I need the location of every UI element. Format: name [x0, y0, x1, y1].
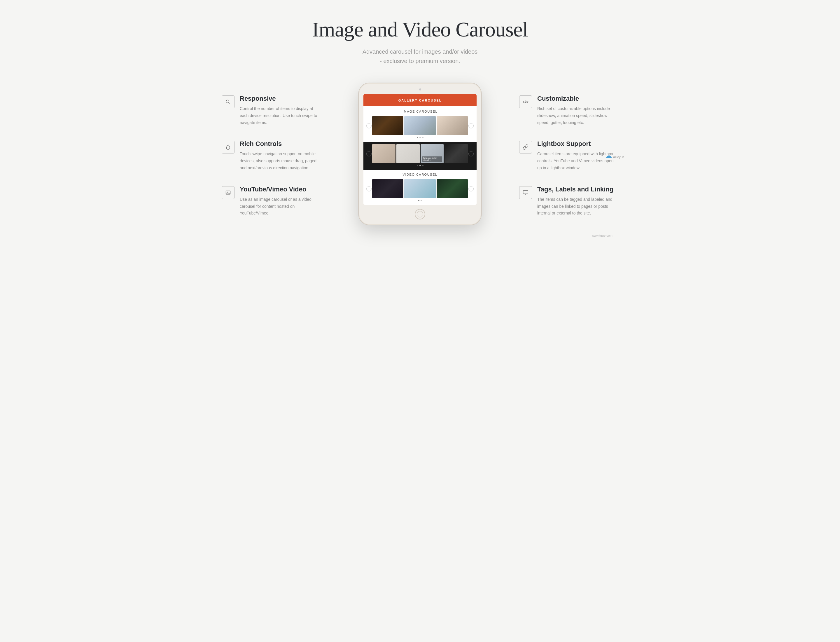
carousel-img-guitar [372, 116, 403, 135]
carousel-img-legs [437, 116, 468, 135]
dark-carousel-dots [363, 163, 477, 167]
responsive-title: Responsive [240, 95, 321, 102]
rich-controls-icon-box [222, 141, 235, 154]
youtube-vimeo-icon-box [222, 186, 235, 199]
svg-point-4 [525, 101, 526, 103]
carousel-next-btn[interactable]: › [468, 123, 474, 128]
ipad-frame: GALLERY CAROUSEL IMAGE CAROUSEL ‹ [359, 83, 481, 225]
feature-responsive: Responsive Control the number of items t… [222, 95, 321, 126]
video-carousel-images [372, 179, 468, 198]
lightbox-title: Lightbox Support [537, 140, 618, 148]
tags-labels-icon-box [519, 186, 532, 199]
image-icon [225, 190, 231, 196]
dark-carousel-prev-btn[interactable]: ‹ [366, 151, 372, 156]
video-carousel-img-2 [404, 179, 435, 198]
dark-dot-1[interactable] [417, 165, 418, 166]
features-right: Customizable Rich set of customizable op… [519, 83, 618, 231]
bottom-watermark: www.tqge.com [222, 231, 618, 237]
main-content: Responsive Control the number of items t… [222, 83, 618, 231]
dark-carousel-img-laptop [372, 144, 395, 163]
ipad-camera [419, 88, 421, 91]
feature-lightbox: Lightbox Support Carousel items are equi… [519, 140, 618, 171]
customizable-title: Customizable [537, 95, 618, 102]
dark-dot-3[interactable] [422, 165, 424, 166]
dark-carousel-section: ‹ Duis arcu tortor etiquet... [363, 142, 477, 170]
ipad-home-inner [417, 211, 423, 217]
ipad-home-button[interactable] [415, 209, 425, 219]
rich-controls-title: Rich Controls [240, 140, 321, 148]
feature-rich-controls: Rich Controls Touch swipe navigation sup… [222, 140, 321, 171]
svg-rect-5 [523, 190, 528, 194]
video-carousel-img-1 [372, 179, 403, 198]
video-dot-2[interactable] [421, 200, 422, 201]
dark-carousel-next-btn[interactable]: › [468, 151, 474, 156]
carousel-prev-btn[interactable]: ‹ [366, 123, 372, 128]
dark-carousel-img-woman: Duis arcu tortor etiquet... [421, 144, 444, 163]
features-left: Responsive Control the number of items t… [222, 83, 321, 231]
responsive-desc: Control the number of items to display a… [240, 105, 321, 126]
monitor-icon [523, 190, 529, 196]
image-carousel-title: IMAGE CAROUSEL [363, 110, 477, 113]
cloud-icon [606, 155, 612, 159]
carousel-images [372, 116, 468, 135]
feature-customizable: Customizable Rich set of customizable op… [519, 95, 618, 126]
carousel-img-street [404, 116, 435, 135]
gallery-header-text: GALLERY CAROUSEL [398, 99, 442, 102]
feature-tags-labels: Tags, Labels and Linking The items can b… [519, 186, 618, 217]
video-carousel-next-btn[interactable]: › [468, 186, 474, 191]
gallery-header: GALLERY CAROUSEL [363, 94, 477, 106]
rich-controls-desc: Touch swipe navigation support on mobile… [240, 151, 321, 171]
watermark: Alileyun [606, 155, 624, 159]
svg-point-3 [227, 192, 228, 193]
svg-point-0 [226, 100, 229, 103]
dark-carousel-overlay: Duis arcu tortor etiquet... [422, 156, 442, 162]
header-section: Image and Video Carousel Advanced carous… [222, 18, 618, 66]
customizable-icon-box [519, 96, 532, 108]
dark-carousel-images: Duis arcu tortor etiquet... [372, 144, 468, 163]
tags-labels-desc: The items can be tagged and labeled and … [537, 196, 618, 217]
carousel-dot-3[interactable] [422, 137, 424, 138]
ipad-screen: GALLERY CAROUSEL IMAGE CAROUSEL ‹ [363, 94, 477, 205]
feature-youtube-vimeo: YouTube/Vimeo Video Use as an image caro… [222, 186, 321, 217]
dark-dot-2[interactable] [419, 165, 421, 166]
responsive-icon-box [222, 96, 235, 108]
ipad-wrapper: GALLERY CAROUSEL IMAGE CAROUSEL ‹ [338, 83, 502, 225]
page-title: Image and Video Carousel [222, 18, 618, 42]
video-carousel-img-3 [437, 179, 468, 198]
drop-icon [225, 144, 231, 150]
svg-line-1 [229, 102, 230, 104]
carousel-dots [363, 135, 477, 139]
tags-labels-title: Tags, Labels and Linking [537, 186, 618, 193]
link-icon [523, 144, 529, 150]
video-dot-1[interactable] [418, 200, 419, 201]
video-carousel-dots [363, 198, 477, 203]
customizable-desc: Rich set of customizable options include… [537, 105, 618, 126]
image-carousel-row: ‹ › [363, 116, 477, 135]
video-carousel-prev-btn[interactable]: ‹ [366, 186, 372, 191]
image-carousel-section: IMAGE CAROUSEL ‹ › [363, 106, 477, 142]
eye-icon [523, 99, 529, 105]
youtube-vimeo-desc: Use as an image carousel or as a video c… [240, 196, 321, 217]
page-wrapper: Image and Video Carousel Advanced carous… [210, 0, 630, 261]
search-icon [225, 99, 231, 105]
lightbox-desc: Carousel items are equipped with lightbo… [537, 151, 618, 171]
dark-carousel-img-bike [445, 144, 468, 163]
video-carousel-row: ‹ › [363, 179, 477, 198]
header-subtitle: Advanced carousel for images and/or vide… [222, 47, 618, 66]
lightbox-icon-box [519, 141, 532, 154]
video-carousel-section: VIDEO CAROUSEL ‹ › [363, 170, 477, 205]
carousel-dot-2[interactable] [419, 137, 421, 138]
dark-carousel-row: ‹ Duis arcu tortor etiquet... [363, 144, 477, 163]
carousel-dot-1[interactable] [417, 137, 418, 138]
dark-carousel-img-office [397, 144, 420, 163]
video-carousel-title: VIDEO CAROUSEL [363, 173, 477, 176]
youtube-vimeo-title: YouTube/Vimeo Video [240, 186, 321, 193]
